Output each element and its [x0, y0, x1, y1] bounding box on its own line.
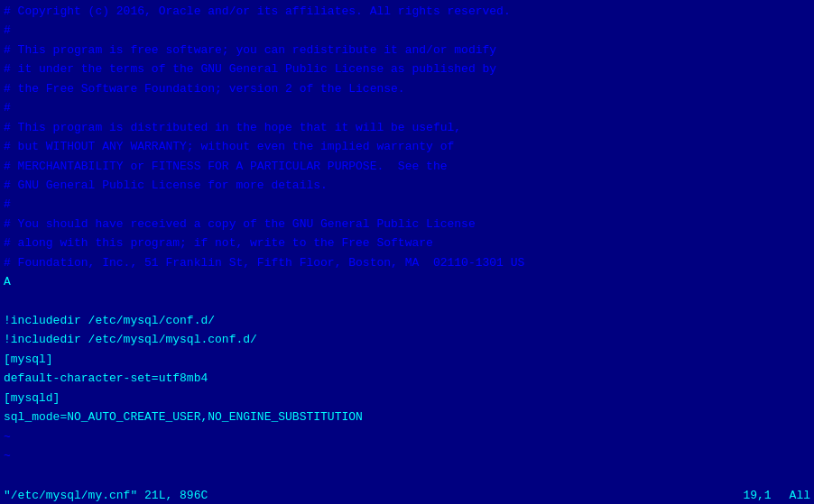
- content-line: # along with this program; if not, write…: [4, 234, 810, 252]
- status-position: 19,1: [743, 489, 771, 502]
- content-line: # This program is distributed in the hop…: [4, 118, 810, 137]
- content-line: [4, 292, 810, 311]
- content-area: # Copyright (c) 2016, Oracle and/or its …: [0, 0, 814, 487]
- status-filename: "/etc/mysql/my.cnf" 21L, 896C: [4, 489, 208, 502]
- content-line: default-character-set=utf8mb4: [4, 369, 810, 388]
- terminal: # Copyright (c) 2016, Oracle and/or its …: [0, 0, 814, 504]
- content-line: # it under the terms of the GNU General …: [4, 60, 810, 78]
- content-line: # the Free Software Foundation; version …: [4, 79, 810, 98]
- content-line: !includedir /etc/mysql/mysql.conf.d/: [4, 330, 810, 349]
- content-line: #: [4, 21, 810, 40]
- content-line: # This program is free software; you can…: [4, 41, 810, 60]
- content-line: [mysql]: [4, 350, 810, 369]
- content-line: A: [4, 272, 810, 291]
- content-line: ~: [4, 427, 810, 446]
- content-line: # Foundation, Inc., 51 Franklin St, Fift…: [4, 253, 810, 272]
- content-line: #: [4, 195, 810, 214]
- content-line: # You should have received a copy of the…: [4, 215, 810, 234]
- content-line: !includedir /etc/mysql/conf.d/: [4, 311, 810, 330]
- content-line: ~: [4, 446, 810, 465]
- status-mode: All: [790, 489, 810, 502]
- content-line: # Copyright (c) 2016, Oracle and/or its …: [4, 2, 810, 21]
- content-line: # GNU General Public License for more de…: [4, 176, 810, 195]
- content-line: # but WITHOUT ANY WARRANTY; without even…: [4, 137, 810, 156]
- status-bar: "/etc/mysql/my.cnf" 21L, 896C 19,1 All: [0, 487, 814, 504]
- content-line: sql_mode=NO_AUTO_CREATE_USER,NO_ENGINE_S…: [4, 408, 810, 426]
- content-line: # MERCHANTABILITY or FITNESS FOR A PARTI…: [4, 157, 810, 176]
- content-line: [mysqld]: [4, 389, 810, 408]
- status-right: 19,1 All: [743, 489, 810, 502]
- content-line: #: [4, 98, 810, 117]
